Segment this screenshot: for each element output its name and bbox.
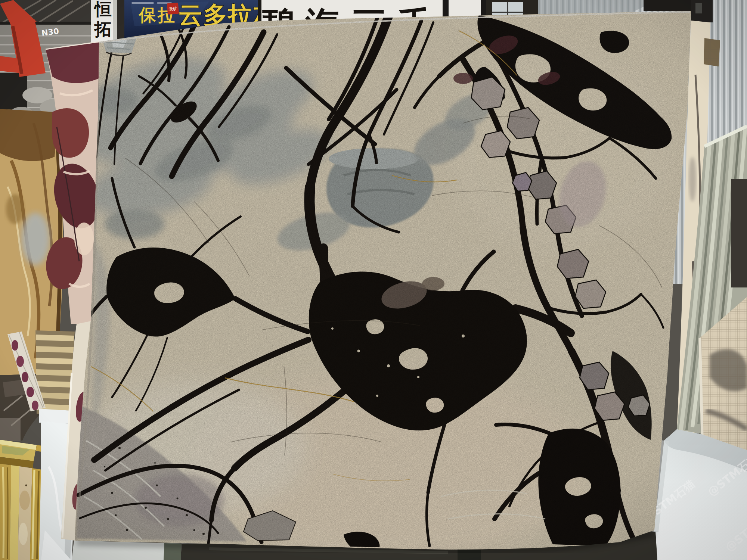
warehouse-photo: N30 恒 拓 保拉 老矿 云多拉灰 碧海三千 珀 xyxy=(0,0,747,560)
vignette xyxy=(0,0,747,560)
photo-canvas: N30 恒 拓 保拉 老矿 云多拉灰 碧海三千 珀 xyxy=(0,0,747,560)
